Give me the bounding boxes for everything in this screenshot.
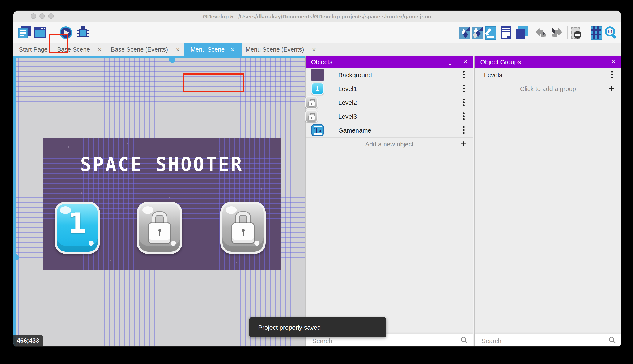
debug-icon[interactable] (76, 26, 90, 40)
tab-close-icon[interactable]: ✕ (97, 46, 102, 53)
kebab-menu-icon[interactable] (463, 126, 465, 134)
close-icon[interactable]: ✕ (463, 56, 468, 68)
game-scene-preview[interactable]: SPACE SHOOTER 1 (43, 138, 281, 270)
horizontal-scrollbar[interactable] (16, 56, 305, 58)
scene-editor-canvas[interactable]: SPACE SHOOTER 1 (14, 56, 305, 346)
star (68, 146, 69, 148)
object-label: Level2 (338, 96, 357, 110)
toolbar-separator (567, 26, 567, 39)
objects-panel-icon[interactable] (458, 26, 471, 40)
add-new-object-label: Add a new object (305, 137, 473, 151)
tab-label: Base Scene (Events) (111, 46, 168, 53)
redo-icon[interactable] (550, 26, 564, 40)
object-label: Gamename (338, 123, 371, 137)
group-row-levels[interactable]: Levels (475, 68, 621, 82)
search-icon (460, 336, 468, 344)
tab-label: Menu Scene (191, 46, 225, 53)
undo-icon[interactable] (534, 26, 547, 40)
locked-button-icon (305, 110, 318, 122)
project-manager-icon[interactable] (18, 26, 31, 40)
object-groups-panel-title: Object Groups (480, 56, 521, 68)
level1-button[interactable]: 1 (55, 202, 100, 254)
toolbar-separator (531, 26, 531, 39)
object-row-level3[interactable]: Level3 (305, 110, 473, 124)
locked-button-icon (305, 96, 318, 108)
star (81, 192, 82, 194)
plus-icon[interactable]: + (609, 82, 614, 94)
tab-close-icon[interactable]: ✕ (312, 46, 316, 53)
panel-divider[interactable] (473, 56, 474, 346)
object-label: Level3 (338, 110, 357, 123)
object-row-level1[interactable]: 1 Level1 (305, 82, 473, 96)
layers-panel-icon[interactable] (515, 26, 528, 40)
add-group-label: Click to add a group (475, 82, 621, 96)
tab-bar: Start Page Base Scene ✕ Base Scene (Even… (14, 43, 621, 56)
star (110, 260, 111, 261)
tab-label: Start Page (19, 46, 48, 53)
content-area: SPACE SHOOTER 1 (14, 56, 621, 346)
cursor-coordinates-badge: 466;433 (14, 335, 43, 346)
window-mask-icon[interactable] (570, 26, 583, 40)
star (169, 197, 170, 198)
tab-menu-scene-events[interactable]: Menu Scene (Events) ✕ (245, 43, 316, 56)
tab-label: Menu Scene (Events) (245, 46, 304, 53)
object-row-level2[interactable]: Level2 (305, 96, 473, 110)
lock-icon (149, 212, 170, 244)
annotation-box-menu-scene-tab (183, 74, 244, 92)
object-row-background[interactable]: Background (305, 68, 473, 82)
vertical-scrollbar-handle[interactable] (14, 254, 19, 260)
gdevelop-window: GDevelop 5 - /Users/dkarakay/Documents/G… (14, 11, 621, 346)
kebab-menu-icon[interactable] (463, 112, 465, 120)
search-icon (609, 336, 616, 344)
toast-message: Project properly saved (249, 318, 386, 337)
groups-search-input[interactable] (481, 336, 592, 346)
background-swatch-icon (311, 69, 324, 81)
filter-icon[interactable] (446, 60, 453, 64)
add-new-object-row[interactable]: Add a new object + (305, 137, 473, 151)
save-toast: Project properly saved (249, 318, 386, 337)
instances-list-icon[interactable] (499, 26, 513, 40)
annotation-box-play-button (49, 34, 68, 53)
objects-panel-title: Objects (311, 56, 333, 68)
level1-button-icon: 1 (311, 82, 324, 95)
add-group-row[interactable]: Click to add a group + (475, 82, 621, 96)
level3-locked-button[interactable] (220, 202, 266, 254)
vertical-scrollbar[interactable] (14, 56, 16, 346)
kebab-menu-icon[interactable] (463, 85, 465, 93)
toolbar: 1:1 (14, 22, 621, 43)
kebab-menu-icon[interactable] (611, 71, 613, 79)
kebab-menu-icon[interactable] (463, 98, 465, 106)
object-groups-panel-header: Object Groups ✕ (475, 56, 621, 68)
object-label: Level1 (338, 82, 357, 96)
screenshot-stage: GDevelop 5 - /Users/dkarakay/Documents/G… (0, 0, 633, 364)
object-groups-panel-icon[interactable] (471, 26, 484, 40)
horizontal-scrollbar-handle[interactable] (169, 56, 175, 63)
close-icon[interactable]: ✕ (611, 56, 616, 68)
toolbar-separator (586, 26, 586, 39)
properties-panel-icon[interactable] (484, 26, 497, 40)
svg-text:1:1: 1:1 (607, 30, 613, 34)
plus-icon[interactable]: + (460, 138, 466, 150)
tab-menu-scene[interactable]: Menu Scene ✕ (184, 43, 242, 56)
star (219, 150, 220, 152)
tab-close-icon[interactable]: ✕ (175, 46, 180, 53)
level1-number: 1 (57, 207, 98, 240)
level2-locked-button[interactable] (137, 202, 182, 254)
tab-start-page[interactable]: Start Page (19, 43, 48, 56)
scene-game-title: SPACE SHOOTER (43, 153, 281, 176)
object-row-gamename[interactable]: T x Gamename (305, 123, 473, 138)
objects-panel-header: Objects ✕ (305, 56, 473, 68)
object-label: Background (338, 68, 372, 82)
star (261, 188, 262, 190)
objects-panel: Objects ✕ Background 1 Level1 (305, 56, 473, 346)
grid-icon[interactable] (589, 26, 602, 40)
kebab-menu-icon[interactable] (463, 71, 465, 79)
tab-close-icon[interactable]: ✕ (231, 46, 235, 53)
star (236, 262, 237, 263)
group-label: Levels (484, 68, 502, 82)
zoom-one-to-one-icon[interactable]: 1:1 (604, 26, 617, 40)
lock-icon (232, 212, 254, 244)
text-object-icon: T x (311, 124, 324, 136)
scene-window-icon[interactable] (34, 26, 47, 40)
tab-base-scene-events[interactable]: Base Scene (Events) ✕ (111, 43, 180, 56)
